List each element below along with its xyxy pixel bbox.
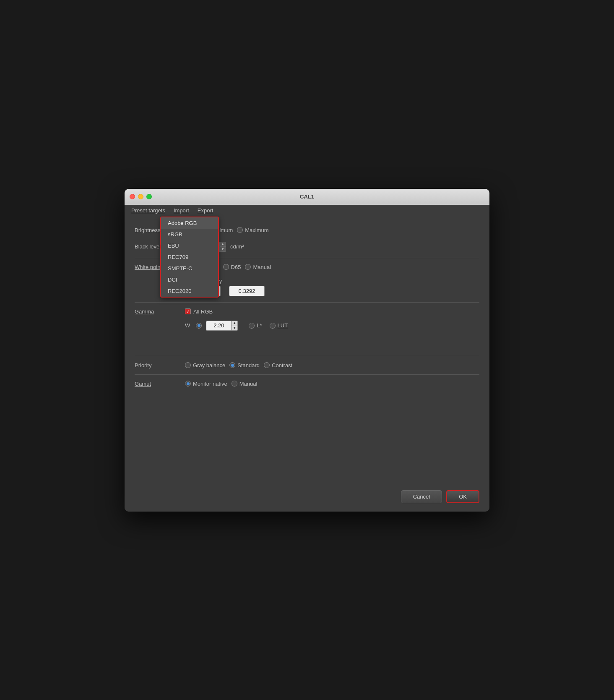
xy-values-row bbox=[185, 286, 479, 296]
brightness-maximum-radio[interactable]: Maximum bbox=[237, 227, 268, 233]
ok-button[interactable]: OK bbox=[446, 490, 479, 503]
gamma-up[interactable]: ▲ bbox=[231, 321, 238, 326]
menu-bar: Preset targets Import Export Adobe RGB s… bbox=[125, 205, 489, 216]
divider-3 bbox=[135, 356, 479, 356]
priority-row: Priority Gray balance Standard Contrast bbox=[135, 358, 479, 373]
dropdown-item-rec2020[interactable]: REC2020 bbox=[161, 285, 218, 297]
priority-contrast-label: Contrast bbox=[272, 362, 292, 368]
gamut-manual-circle bbox=[232, 381, 237, 387]
dropdown-item-rec709[interactable]: REC709 bbox=[161, 251, 218, 263]
priority-graybalance-circle bbox=[185, 362, 191, 368]
gamut-controls: Monitor native Manual bbox=[185, 381, 257, 387]
maximize-button[interactable] bbox=[146, 194, 152, 199]
black-level-up[interactable]: ▲ bbox=[219, 242, 226, 247]
gamma-radio-circle bbox=[196, 323, 202, 329]
all-rgb-checkbox-label[interactable]: ✓ All RGB bbox=[185, 308, 213, 315]
black-level-spinner: ▲ ▼ bbox=[219, 242, 226, 252]
gamma-row: Gamma ✓ All RGB bbox=[135, 304, 479, 319]
dropdown-item-smptec[interactable]: SMPTE-C bbox=[161, 263, 218, 274]
gamma-radio[interactable] bbox=[196, 323, 202, 329]
priority-controls: Gray balance Standard Contrast bbox=[185, 362, 292, 368]
white-point-manual-radio[interactable]: Manual bbox=[245, 264, 271, 270]
menu-export[interactable]: Export bbox=[198, 207, 213, 214]
white-point-manual-label: Manual bbox=[253, 264, 271, 270]
brightness-maximum-circle bbox=[237, 227, 243, 233]
all-rgb-label: All RGB bbox=[193, 308, 213, 315]
gamma-w-label: W bbox=[185, 322, 190, 329]
gamma-value-input[interactable] bbox=[206, 321, 231, 331]
main-window: CAL1 Preset targets Import Export Adobe … bbox=[125, 189, 489, 512]
priority-label: Priority bbox=[135, 362, 185, 368]
gamut-native-circle bbox=[185, 381, 191, 387]
divider-2 bbox=[135, 302, 479, 303]
traffic-lights bbox=[130, 194, 152, 199]
gamma-lstar-circle bbox=[249, 323, 255, 329]
gamut-manual-radio[interactable]: Manual bbox=[232, 381, 258, 387]
dropdown-item-dci[interactable]: DCI bbox=[161, 274, 218, 285]
gamma-lstar-radio[interactable]: L* bbox=[249, 322, 262, 329]
priority-graybalance-radio[interactable]: Gray balance bbox=[185, 362, 225, 368]
gamma-input-group: ▲ ▼ bbox=[206, 321, 238, 331]
gamma-down[interactable]: ▼ bbox=[231, 326, 238, 331]
priority-standard-label: Standard bbox=[237, 362, 260, 368]
bottom-buttons: Cancel OK bbox=[125, 483, 489, 512]
gamma-label[interactable]: Gamma bbox=[135, 308, 185, 315]
white-point-d65-label: D65 bbox=[231, 264, 241, 270]
black-level-down[interactable]: ▼ bbox=[219, 247, 226, 252]
priority-graybalance-label: Gray balance bbox=[193, 362, 225, 368]
spacer bbox=[135, 391, 479, 475]
gamut-native-label: Monitor native bbox=[193, 381, 227, 387]
black-level-unit: cd/m² bbox=[230, 243, 244, 250]
brightness-maximum-label: Maximum bbox=[245, 227, 268, 233]
divider-4 bbox=[135, 374, 479, 375]
gamma-controls: ✓ All RGB bbox=[185, 308, 213, 315]
white-point-d65-circle bbox=[223, 264, 229, 270]
gamma-lut-circle bbox=[270, 323, 276, 329]
minimize-button[interactable] bbox=[138, 194, 143, 199]
priority-standard-radio[interactable]: Standard bbox=[229, 362, 260, 368]
titlebar: CAL1 bbox=[125, 189, 489, 205]
dropdown-item-adobergb[interactable]: Adobe RGB bbox=[161, 217, 218, 229]
gamut-native-radio[interactable]: Monitor native bbox=[185, 381, 227, 387]
y-value-input[interactable] bbox=[229, 286, 265, 296]
gamma-spinner: ▲ ▼ bbox=[231, 321, 238, 331]
gamut-label[interactable]: Gamut bbox=[135, 381, 185, 387]
all-rgb-checkbox[interactable]: ✓ bbox=[185, 308, 191, 314]
white-point-d65-radio[interactable]: D65 bbox=[223, 264, 241, 270]
window-title: CAL1 bbox=[300, 193, 314, 200]
priority-contrast-circle bbox=[264, 362, 270, 368]
menu-preset-targets[interactable]: Preset targets bbox=[131, 207, 165, 214]
cancel-button[interactable]: Cancel bbox=[401, 490, 442, 503]
gamma-lut-label[interactable]: LUT bbox=[278, 322, 288, 329]
preset-dropdown: Adobe RGB sRGB EBU REC709 SMPTE-C DCI RE… bbox=[160, 217, 219, 298]
gamma-lut-radio[interactable]: LUT bbox=[270, 322, 288, 329]
menu-import[interactable]: Import bbox=[174, 207, 189, 214]
priority-standard-circle bbox=[229, 362, 235, 368]
gamut-row: Gamut Monitor native Manual bbox=[135, 376, 479, 391]
priority-contrast-radio[interactable]: Contrast bbox=[264, 362, 292, 368]
white-point-manual-circle bbox=[245, 264, 251, 270]
xy-row: x y bbox=[185, 278, 479, 284]
gamut-manual-label: Manual bbox=[239, 381, 258, 387]
dropdown-item-srgb[interactable]: sRGB bbox=[161, 229, 218, 240]
close-button[interactable] bbox=[130, 194, 135, 199]
dropdown-item-ebu[interactable]: EBU bbox=[161, 240, 218, 251]
gamma-lstar-label: L* bbox=[257, 322, 262, 329]
gamma-w-row: W ▲ ▼ L* LUT bbox=[185, 321, 479, 331]
